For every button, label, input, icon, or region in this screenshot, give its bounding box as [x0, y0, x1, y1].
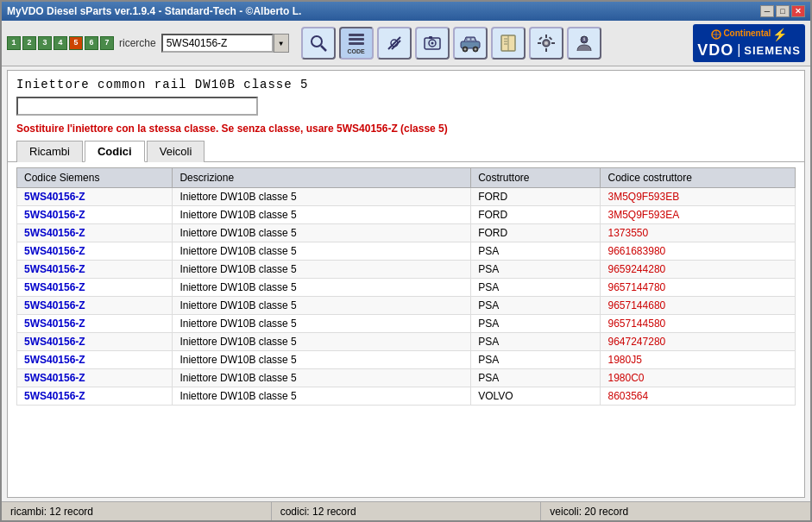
codice-link[interactable]: 5WS40156-Z	[24, 281, 85, 293]
cell-descrizione: Iniettore DW10B classe 5	[173, 297, 471, 315]
part-toolbar-button[interactable]	[377, 27, 412, 60]
codice-link[interactable]: 5WS40156-Z	[24, 245, 85, 257]
num-btn-5[interactable]: 5	[69, 36, 83, 50]
cell-codice-costruttore[interactable]: 1980C0	[601, 369, 796, 387]
num-btn-7[interactable]: 7	[100, 36, 114, 50]
svg-rect-16	[471, 38, 475, 41]
info-toolbar-button[interactable]: i	[567, 27, 601, 60]
num-btn-4[interactable]: 4	[54, 36, 67, 50]
search-input[interactable]	[161, 34, 274, 53]
codice-link[interactable]: 5WS40156-Z	[24, 354, 85, 366]
codice-costruttore-value[interactable]: 9657144680	[607, 299, 665, 311]
tab-ricambi[interactable]: Ricambi	[16, 141, 83, 162]
table-row: 5WS40156-ZIniettore DW10B classe 5PSA198…	[17, 351, 796, 369]
codice-costruttore-value[interactable]: 9647247280	[607, 336, 665, 348]
settings-gear-icon	[537, 34, 556, 53]
code-toolbar-button[interactable]: CODE	[339, 27, 374, 60]
codice-costruttore-value[interactable]: 1980C0	[607, 372, 644, 384]
codice-costruttore-value[interactable]: 3M5Q9F593EB	[607, 191, 679, 203]
status-bar: ricambi: 12 record codici: 12 record vei…	[2, 501, 810, 520]
codice-link[interactable]: 5WS40156-Z	[24, 209, 85, 221]
icon-toolbar: CODE	[301, 27, 601, 60]
cell-codice-costruttore[interactable]: 9657144580	[601, 315, 796, 333]
status-codici: codici: 12 record	[272, 502, 542, 520]
close-button[interactable]: ✕	[791, 5, 805, 17]
cell-codice-costruttore[interactable]: 1373550	[601, 224, 796, 242]
cell-codice-siemens[interactable]: 5WS40156-Z	[17, 261, 173, 279]
codice-link[interactable]: 5WS40156-Z	[24, 299, 85, 311]
number-buttons: 1 2 3 4 5 6 7	[7, 36, 114, 50]
codice-link[interactable]: 5WS40156-Z	[24, 336, 85, 348]
codice-costruttore-value[interactable]: 9661683980	[607, 245, 665, 257]
codice-costruttore-value[interactable]: 1980J5	[607, 354, 641, 366]
brand-logo: Continental ⚡ VDO | SIEMENS	[693, 24, 805, 62]
vdo-label: VDO	[697, 41, 733, 60]
cell-codice-siemens[interactable]: 5WS40156-Z	[17, 242, 173, 261]
search-input-row	[8, 95, 804, 121]
photo-toolbar-button[interactable]	[415, 27, 450, 60]
codice-link[interactable]: 5WS40156-Z	[24, 372, 85, 384]
col-header-codice-siemens: Codice Siemens	[17, 168, 173, 188]
cell-codice-costruttore[interactable]: 9647247280	[601, 333, 796, 351]
cell-costruttore: PSA	[471, 261, 601, 279]
cell-codice-siemens[interactable]: 5WS40156-Z	[17, 351, 173, 369]
cell-codice-siemens[interactable]: 5WS40156-Z	[17, 333, 173, 351]
book-toolbar-button[interactable]	[491, 27, 526, 60]
minimize-button[interactable]: ─	[760, 5, 774, 17]
cell-descrizione: Iniettore DW10B classe 5	[173, 387, 471, 406]
part-icon	[385, 34, 404, 53]
tab-codici[interactable]: Codici	[85, 141, 145, 162]
settings-toolbar-button[interactable]	[529, 27, 563, 60]
cell-codice-costruttore[interactable]: 9661683980	[601, 242, 796, 261]
combo-dropdown-arrow[interactable]: ▼	[274, 34, 289, 53]
cell-codice-siemens[interactable]: 5WS40156-Z	[17, 206, 173, 224]
toolbar: 1 2 3 4 5 6 7 ricerche ▼	[2, 21, 810, 66]
table-row: 5WS40156-ZIniettore DW10B classe 5PSA965…	[17, 297, 796, 315]
codice-link[interactable]: 5WS40156-Z	[24, 263, 85, 275]
cell-costruttore: PSA	[471, 369, 601, 387]
search-toolbar-button[interactable]	[301, 27, 336, 60]
codice-link[interactable]: 5WS40156-Z	[24, 318, 85, 330]
car-toolbar-button[interactable]	[453, 27, 488, 60]
cell-codice-siemens[interactable]: 5WS40156-Z	[17, 387, 173, 406]
cell-codice-siemens[interactable]: 5WS40156-Z	[17, 369, 173, 387]
results-table: Codice Siemens Descrizione Costruttore C…	[16, 167, 796, 406]
cell-descrizione: Iniettore DW10B classe 5	[173, 351, 471, 369]
codice-costruttore-value[interactable]: 3M5Q9F593EA	[607, 209, 679, 221]
window-controls: ─ □ ✕	[760, 5, 805, 17]
cell-codice-siemens[interactable]: 5WS40156-Z	[17, 315, 173, 333]
num-btn-1[interactable]: 1	[7, 36, 21, 50]
cell-codice-siemens[interactable]: 5WS40156-Z	[17, 188, 173, 206]
cell-codice-costruttore[interactable]: 8603564	[601, 387, 796, 406]
table-container: Codice Siemens Descrizione Costruttore C…	[8, 162, 804, 497]
photo-icon	[423, 34, 442, 53]
codice-costruttore-value[interactable]: 9657144580	[607, 318, 665, 330]
cell-costruttore: FORD	[471, 224, 601, 242]
cell-codice-costruttore[interactable]: 9657144780	[601, 279, 796, 297]
cell-codice-siemens[interactable]: 5WS40156-Z	[17, 297, 173, 315]
tab-veicoli[interactable]: Veicoli	[147, 141, 205, 162]
num-btn-6[interactable]: 6	[85, 36, 98, 50]
cell-codice-costruttore[interactable]: 9659244280	[601, 261, 796, 279]
codice-costruttore-value[interactable]: 8603564	[607, 390, 648, 402]
cell-costruttore: PSA	[471, 333, 601, 351]
codice-link[interactable]: 5WS40156-Z	[24, 227, 85, 239]
num-btn-2[interactable]: 2	[22, 36, 36, 50]
codice-costruttore-value[interactable]: 9657144780	[607, 281, 665, 293]
cell-codice-costruttore[interactable]: 1980J5	[601, 351, 796, 369]
codice-costruttore-value[interactable]: 1373550	[607, 227, 648, 239]
filter-input[interactable]	[16, 97, 258, 116]
cell-codice-costruttore[interactable]: 3M5Q9F593EB	[601, 188, 796, 206]
codice-link[interactable]: 5WS40156-Z	[24, 191, 85, 203]
cell-codice-costruttore[interactable]: 9657144680	[601, 297, 796, 315]
search-label: ricerche	[119, 37, 156, 49]
num-btn-3[interactable]: 3	[38, 36, 52, 50]
cell-codice-siemens[interactable]: 5WS40156-Z	[17, 224, 173, 242]
cell-codice-siemens[interactable]: 5WS40156-Z	[17, 279, 173, 297]
svg-point-23	[544, 41, 548, 45]
cell-descrizione: Iniettore DW10B classe 5	[173, 333, 471, 351]
cell-codice-costruttore[interactable]: 3M5Q9F593EA	[601, 206, 796, 224]
codice-link[interactable]: 5WS40156-Z	[24, 390, 85, 402]
codice-costruttore-value[interactable]: 9659244280	[607, 263, 665, 275]
maximize-button[interactable]: □	[776, 5, 790, 17]
